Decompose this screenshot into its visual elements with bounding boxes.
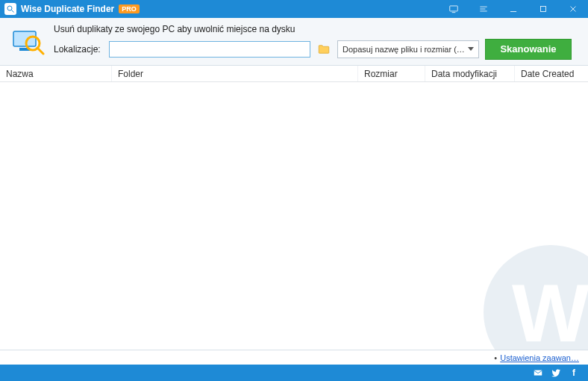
feedback-icon[interactable] xyxy=(439,0,469,18)
app-title: Wise Duplicate Finder xyxy=(21,4,114,14)
match-mode-label: Dopasuj nazwę pliku i rozmiar (… xyxy=(343,45,465,54)
column-modified[interactable]: Data modyfikacji xyxy=(425,66,515,81)
titlebar: Wise Duplicate Finder PRO xyxy=(0,0,588,18)
advanced-settings-link[interactable]: Ustawienia zaawan… xyxy=(500,353,579,362)
match-mode-select[interactable]: Dopasuj nazwę pliku i rozmiar (… xyxy=(337,40,479,58)
window-controls xyxy=(439,0,588,18)
svg-rect-2 xyxy=(450,6,458,11)
maximize-button[interactable] xyxy=(528,0,558,18)
twitter-icon[interactable] xyxy=(551,368,561,378)
headline-text: Usuń duplikaty ze swojego PC aby uwolnić… xyxy=(54,24,579,34)
svg-rect-10 xyxy=(13,31,36,46)
location-input[interactable] xyxy=(109,41,310,58)
minimize-button[interactable] xyxy=(498,0,528,18)
linkbar: • Ustawienia zaawan… xyxy=(0,350,588,365)
column-size[interactable]: Rozmiar xyxy=(358,66,425,81)
column-folder[interactable]: Folder xyxy=(112,66,358,81)
svg-rect-7 xyxy=(541,7,546,12)
bullet-icon: • xyxy=(494,353,497,362)
scan-button-label: Skanowanie xyxy=(500,43,556,55)
browse-folder-button[interactable] xyxy=(316,42,331,57)
scan-button[interactable]: Skanowanie xyxy=(485,39,572,60)
column-name[interactable]: Nazwa xyxy=(0,66,112,81)
results-area: W xyxy=(0,82,588,350)
column-created[interactable]: Date Created xyxy=(515,66,588,81)
svg-point-0 xyxy=(7,6,12,10)
pro-badge: PRO xyxy=(119,4,140,13)
svg-line-13 xyxy=(37,48,43,54)
location-label: Lokalizacje: xyxy=(54,44,103,55)
column-headers: Nazwa Folder Rozmiar Data modyfikacji Da… xyxy=(0,66,588,82)
scan-illustration-icon xyxy=(9,27,45,57)
menu-icon[interactable] xyxy=(469,0,498,18)
chevron-down-icon xyxy=(468,47,474,51)
app-icon xyxy=(4,3,16,15)
toolbar: Usuń duplikaty ze swojego PC aby uwolnić… xyxy=(0,18,588,66)
svg-rect-14 xyxy=(534,371,542,376)
mail-icon[interactable] xyxy=(533,368,543,378)
svg-line-1 xyxy=(12,10,14,13)
close-button[interactable] xyxy=(558,0,588,18)
footer: f xyxy=(0,365,588,381)
watermark-logo: W xyxy=(484,245,588,350)
facebook-icon[interactable]: f xyxy=(569,368,579,378)
